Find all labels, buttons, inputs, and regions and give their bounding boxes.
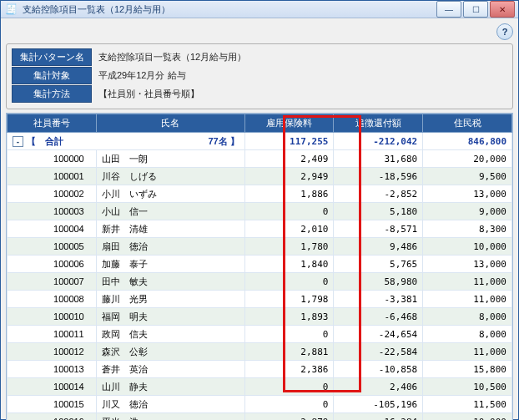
table-row[interactable]: 100002小川 いずみ1,886-2,85213,000 <box>8 185 512 203</box>
minimize-button[interactable]: — <box>436 1 461 18</box>
summary-val-pattern: 支給控除項目一覧表（12月給与用） <box>92 49 253 65</box>
table-row[interactable]: 100004新井 清雄2,010-8,5718,300 <box>8 220 512 238</box>
table-row[interactable]: 100014山川 静夫02,40610,500 <box>8 378 512 396</box>
app-icon: 🧾 <box>4 3 18 16</box>
summary-panel: 集計パターン名支給控除項目一覧表（12月給与用） 集計対象平成29年12月分 給… <box>6 43 513 109</box>
titlebar[interactable]: 🧾 支給控除項目一覧表（12月給与用） — ☐ ✕ <box>1 1 518 18</box>
table-row[interactable]: 100006加藤 泰子1,8405,76513,000 <box>8 256 512 273</box>
col-empno[interactable]: 社員番号 <box>8 114 97 133</box>
table-row[interactable]: 100005扇田 徳治1,7809,48610,000 <box>8 238 512 256</box>
window-title: 支給控除項目一覧表（12月給与用） <box>23 3 436 16</box>
table-row[interactable]: 100016平光 浩一2,879-16,28410,000 <box>8 413 512 421</box>
table-row[interactable]: 100001川谷 しげる2,949-18,5969,500 <box>8 168 512 185</box>
maximize-button[interactable]: ☐ <box>463 1 488 18</box>
summary-key-method: 集計方法 <box>12 85 92 103</box>
table-row[interactable]: 100012森沢 公彰2,881-22,58411,000 <box>8 343 512 361</box>
col-insurance[interactable]: 雇用保険料 <box>244 114 334 133</box>
summary-val-target: 平成29年12月分 給与 <box>92 68 193 83</box>
table-row[interactable]: 100013蒼井 英治2,386-10,85815,800 <box>8 361 512 378</box>
data-grid[interactable]: 社員番号 氏名 雇用保険料 追徴還付額 住民税 -【 合計77名 】117,25… <box>6 113 513 420</box>
app-window: 🧾 支給控除項目一覧表（12月給与用） — ☐ ✕ ? 集計パターン名支給控除項… <box>0 0 519 420</box>
table-row[interactable]: 100008藤川 光男1,798-3,38111,000 <box>8 291 512 308</box>
close-button[interactable]: ✕ <box>490 1 515 18</box>
col-tax[interactable]: 住民税 <box>423 114 512 133</box>
table-row[interactable]: 100011政岡 信夫0-24,6548,000 <box>8 326 512 343</box>
summary-key-pattern: 集計パターン名 <box>12 48 92 66</box>
total-row[interactable]: -【 合計77名 】117,255-212,042846,800 <box>8 133 512 150</box>
table-row[interactable]: 100003小山 信一05,1809,000 <box>8 203 512 220</box>
table-row[interactable]: 100010福岡 明夫1,893-6,4688,000 <box>8 308 512 326</box>
table-row[interactable]: 100015川又 徳治0-105,19611,500 <box>8 396 512 413</box>
collapse-icon[interactable]: - <box>13 136 23 147</box>
col-refund[interactable]: 追徴還付額 <box>334 114 423 133</box>
summary-key-target: 集計対象 <box>12 67 92 84</box>
col-name[interactable]: 氏名 <box>96 114 244 133</box>
table-row[interactable]: 100007田中 敏夫058,98011,000 <box>8 273 512 291</box>
table-row[interactable]: 100000山田 一朗2,40931,68020,000 <box>8 150 512 168</box>
help-icon[interactable]: ? <box>496 23 513 40</box>
summary-val-method: 【社員別・社員番号順】 <box>92 86 206 102</box>
